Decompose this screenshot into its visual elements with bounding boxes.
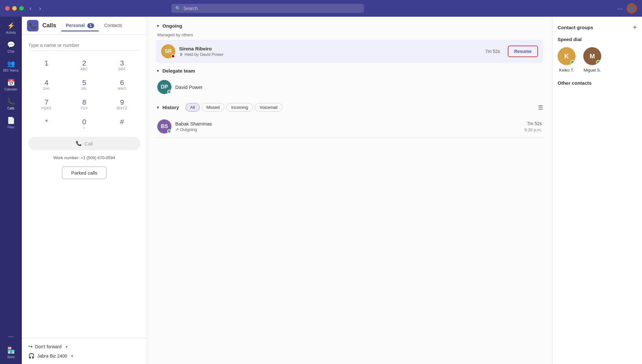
- keiko-name: Keiko T.: [559, 68, 574, 73]
- more-icon: ···: [8, 333, 14, 340]
- left-footer: ↪ Don't forward ▾ 🎧 Jabra Biz 2400 ▾: [22, 338, 147, 364]
- work-number: Work number: +1 (509) 670-0594: [28, 155, 140, 160]
- dialpad-grid: 1 2ABC 3DEF 4GHI 5JKL 6MNO 7PQRS 8TUV 9W…: [28, 56, 140, 133]
- managed-by-label: Managed by others: [157, 32, 543, 37]
- calls-icon-box: 📞: [27, 20, 39, 31]
- dial-key-2[interactable]: 2ABC: [66, 56, 103, 74]
- device-setting[interactable]: 🎧 Jabra Biz 2400 ▾: [28, 353, 140, 359]
- dial-key-4[interactable]: 4GHI: [28, 75, 65, 94]
- babak-status-indicator: [167, 129, 171, 133]
- sidebar-item-teams[interactable]: 👥 883 Teams: [1, 57, 21, 75]
- activity-icon: ⚡: [7, 22, 15, 30]
- dial-key-8[interactable]: 8TUV: [66, 95, 103, 113]
- hold-icon: ⏸: [179, 52, 183, 57]
- keiko-status-indicator: [570, 60, 575, 65]
- history-section-header: ▼ History All Missed Incoming Voicemail …: [156, 103, 543, 112]
- resume-button[interactable]: Resume: [508, 46, 538, 57]
- miguel-status-indicator: [596, 60, 601, 65]
- name-number-input[interactable]: [28, 40, 140, 51]
- calls-phone-icon: 📞: [29, 22, 36, 29]
- content-area: 📞 Calls Personal 1 Contacts 1 2ABC 3DEF …: [22, 17, 642, 364]
- titlebar: ‹ › 🔍 ··· 👤: [0, 0, 642, 17]
- dial-key-6[interactable]: 6MNO: [104, 75, 140, 94]
- ongoing-call-time: 7m 52s: [485, 49, 500, 54]
- dial-key-1[interactable]: 1: [28, 56, 65, 74]
- david-name: David Power: [175, 84, 203, 90]
- ongoing-section-header[interactable]: ▼ Ongoing: [156, 23, 543, 29]
- call-phone-icon: 📞: [76, 141, 82, 146]
- delegate-card: DP David Power: [156, 77, 543, 97]
- tab-personal[interactable]: Personal 1: [61, 20, 99, 31]
- titlebar-right: ··· 👤: [617, 3, 637, 13]
- sidebar-item-files[interactable]: 📄 Files: [1, 114, 21, 132]
- delegate-section-header[interactable]: ▼ Delegate team: [156, 68, 543, 74]
- sidebar: ⚡ Activity 💬 Chat 👥 883 Teams 📅 Calender…: [0, 17, 22, 364]
- main-panel: ▼ Ongoing Managed by others SR Sirena Ri…: [147, 17, 552, 364]
- filter-voicemail[interactable]: Voicemail: [255, 103, 282, 112]
- sidebar-item-more[interactable]: ···: [1, 330, 21, 342]
- dial-key-3[interactable]: 3DEF: [104, 56, 140, 74]
- dial-key-5[interactable]: 5JKL: [66, 75, 103, 94]
- sidebar-item-label: 883 Teams: [3, 69, 19, 72]
- calls-icon: 📞: [7, 98, 15, 105]
- dial-key-star[interactable]: *: [28, 115, 65, 133]
- more-options-button[interactable]: ···: [617, 5, 623, 12]
- calendar-icon: 📅: [7, 79, 15, 86]
- back-button[interactable]: ‹: [28, 4, 33, 13]
- history-chevron-icon[interactable]: ▼: [156, 105, 160, 110]
- dial-key-7[interactable]: 7PQRS: [28, 95, 65, 113]
- sidebar-item-calls[interactable]: 📞 Calls: [1, 95, 21, 113]
- filter-all[interactable]: All: [186, 103, 200, 112]
- miguel-name: Miguel S.: [584, 68, 601, 73]
- search-bar[interactable]: 🔍: [171, 4, 364, 13]
- delegate-chevron-icon: ▼: [156, 69, 160, 73]
- sidebar-item-label: Calender: [4, 88, 18, 91]
- device-chevron-icon: ▾: [71, 353, 73, 359]
- minimize-button[interactable]: [12, 6, 17, 11]
- david-status-indicator: [167, 90, 171, 94]
- babak-info: Babak Shammas ↗ Outgoing: [175, 121, 521, 132]
- sort-icon[interactable]: ☰: [538, 104, 543, 111]
- other-contacts-section: Other contacts: [558, 80, 637, 86]
- filter-incoming[interactable]: Incoming: [226, 103, 253, 112]
- calls-title: Calls: [42, 22, 56, 29]
- filter-missed[interactable]: Missed: [202, 103, 224, 112]
- sirena-name: Sirena Ribeiro: [179, 46, 482, 51]
- search-input[interactable]: [183, 6, 360, 11]
- forward-chevron-icon: ▾: [65, 344, 68, 349]
- speed-dial-grid: K Keiko T. M Miguel S.: [558, 47, 637, 73]
- close-button[interactable]: [5, 6, 10, 11]
- ongoing-chevron-icon: ▼: [156, 24, 160, 28]
- right-panel: Contact groups + Speed dial K Keiko T.: [552, 17, 642, 364]
- ongoing-title: Ongoing: [162, 23, 182, 29]
- dial-key-0[interactable]: 0+: [66, 115, 103, 133]
- sidebar-item-label: Store: [7, 355, 15, 359]
- dial-key-9[interactable]: 9WXYZ: [104, 95, 140, 113]
- user-avatar[interactable]: 👤: [627, 3, 637, 13]
- sirena-status: ⏸ Held by David Power: [179, 52, 482, 57]
- teams-icon: 👥: [7, 60, 15, 67]
- miguel-avatar: M: [583, 47, 601, 65]
- parked-calls-button[interactable]: Parked calls: [62, 167, 107, 179]
- speed-dial-keiko[interactable]: K Keiko T.: [558, 47, 576, 73]
- speed-dial-miguel[interactable]: M Miguel S.: [583, 47, 601, 73]
- call-button[interactable]: 📞 Call: [28, 137, 140, 150]
- forward-setting[interactable]: ↪ Don't forward ▾: [28, 343, 140, 350]
- sidebar-item-chat[interactable]: 💬 Chat: [1, 38, 21, 56]
- other-contacts-title: Other contacts: [558, 80, 592, 86]
- dial-key-hash[interactable]: #: [104, 115, 140, 133]
- sidebar-item-calendar[interactable]: 📅 Calender: [1, 76, 21, 94]
- forward-button[interactable]: ›: [37, 4, 43, 13]
- babak-meta: 7m 52s 9:20 p.m.: [525, 121, 542, 132]
- tab-contacts[interactable]: Contacts: [100, 20, 126, 31]
- tabs-bar: 📞 Calls Personal 1 Contacts: [22, 17, 147, 35]
- maximize-button[interactable]: [19, 6, 24, 11]
- forward-icon: ↪: [28, 343, 32, 350]
- keiko-avatar: K: [558, 47, 576, 65]
- sirena-avatar-container: SR: [161, 44, 175, 58]
- sidebar-item-activity[interactable]: ⚡ Activity: [1, 19, 21, 37]
- sidebar-item-store[interactable]: 🏪 Store: [1, 344, 21, 361]
- add-contact-group-button[interactable]: +: [633, 23, 637, 31]
- ongoing-call-card: SR Sirena Ribeiro ⏸ Held by David Power …: [156, 40, 543, 63]
- device-icon: 🎧: [28, 353, 35, 359]
